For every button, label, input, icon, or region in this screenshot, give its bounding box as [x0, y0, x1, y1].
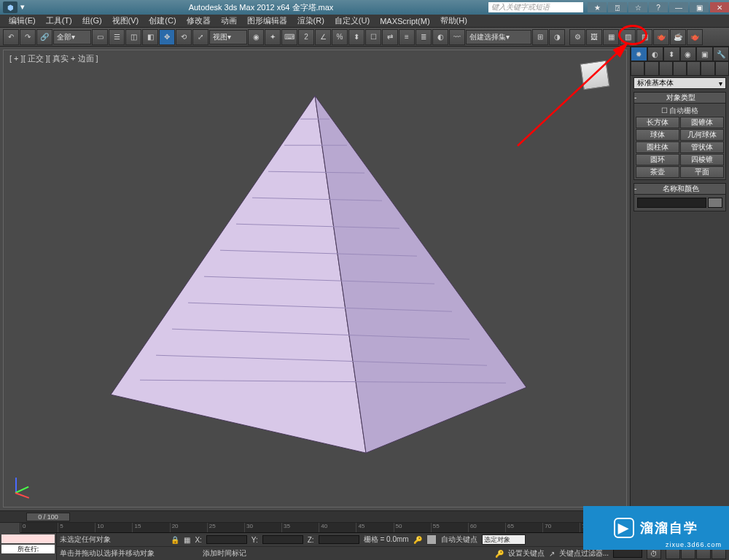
render-icon[interactable]: 🫖 [653, 29, 669, 45]
keymode-icon[interactable]: ↗ [549, 550, 555, 558]
viewcube[interactable] [577, 58, 613, 94]
plane-button[interactable]: 平面 [680, 166, 724, 178]
teapot-button[interactable]: 茶壶 [636, 166, 679, 178]
select-scale-icon[interactable]: ⤢ [192, 29, 208, 45]
script-listener[interactable]: 所在行: [0, 533, 57, 560]
select-region-icon[interactable]: ◫ [125, 29, 141, 45]
use-pivot-icon[interactable]: ◉ [248, 29, 264, 45]
sphere-button[interactable]: 球体 [636, 129, 679, 141]
render-production-icon[interactable]: ▧ [620, 29, 636, 45]
cylinder-button[interactable]: 圆柱体 [636, 141, 679, 153]
menu-modifiers[interactable]: 修改器 [182, 15, 215, 26]
window-crossing-icon[interactable]: ◧ [142, 29, 158, 45]
layer-dropdown[interactable]: 全部 ▾ [53, 30, 91, 44]
menu-customize[interactable]: 自定义(U) [330, 15, 374, 26]
infocenter-icon[interactable]: ★ [588, 2, 607, 12]
close-button[interactable]: ✕ [710, 2, 729, 12]
objecttype-rollout-header[interactable]: -对象类型 [634, 92, 726, 104]
pyramid-object[interactable] [82, 74, 548, 467]
menu-maxscript[interactable]: MAXScript(M) [375, 17, 434, 26]
lock-icon[interactable]: 🔒 [171, 536, 179, 544]
rendered-frame-icon[interactable]: 🖼 [586, 29, 602, 45]
torus-button[interactable]: 圆环 [636, 154, 679, 166]
schematic-view-icon[interactable]: ⊞ [532, 29, 548, 45]
select-object-icon[interactable]: ▭ [92, 29, 108, 45]
x-coord-input[interactable] [206, 535, 247, 544]
menu-edit[interactable]: 编辑(E) [4, 15, 40, 26]
curve-editor-icon[interactable]: 〰 [449, 29, 465, 45]
setkey-icon[interactable]: 🔑 [495, 550, 504, 558]
snap-percent-icon[interactable]: % [332, 29, 348, 45]
modify-tab-icon[interactable]: ◐ [647, 47, 664, 61]
add-time-tag[interactable]: 添加时间标记 [203, 548, 246, 559]
systems-subtab-icon[interactable] [715, 61, 729, 76]
display-tab-icon[interactable]: ▣ [696, 47, 713, 61]
select-move-icon[interactable]: ✥ [159, 29, 175, 45]
snap-angle-icon[interactable]: ∠ [315, 29, 331, 45]
keyboard-shortcut-icon[interactable]: ⌨ [281, 29, 297, 45]
help-search-input[interactable]: 键入关键字或短语 [488, 2, 583, 12]
select-by-name-icon[interactable]: ☰ [109, 29, 125, 45]
shapes-subtab-icon[interactable] [644, 61, 658, 76]
mirror-icon[interactable]: ⇄ [382, 29, 398, 45]
app-menu-icon[interactable]: ▾ [20, 2, 31, 12]
layer-manager-icon[interactable]: ≣ [416, 29, 432, 45]
render-setup-icon[interactable]: ⚙ [569, 29, 585, 45]
utilities-tab-icon[interactable]: 🔧 [713, 47, 730, 61]
graphite-icon[interactable]: ◐ [432, 29, 448, 45]
render-preset-icon[interactable]: ▨ [636, 29, 652, 45]
refcoord-dropdown[interactable]: 视图 ▾ [209, 30, 247, 44]
category-dropdown[interactable]: 标准基本体▾ [634, 77, 726, 89]
geometry-subtab-icon[interactable] [631, 61, 644, 76]
current-frame-input[interactable] [613, 549, 642, 558]
y-coord-input[interactable] [262, 535, 303, 544]
snap-2d-icon[interactable]: 2 [298, 29, 314, 45]
viewport-label[interactable]: [ + ][ 正交 ][ 真实 + 边面 ] [9, 53, 98, 64]
help-icon[interactable]: ? [649, 2, 668, 12]
z-coord-input[interactable] [319, 535, 359, 544]
namecolor-rollout-header[interactable]: -名称和颜色 [634, 183, 726, 195]
cone-button[interactable]: 圆锥体 [680, 117, 724, 128]
material-editor-icon[interactable]: ◑ [549, 29, 565, 45]
motion-tab-icon[interactable]: ◉ [680, 47, 697, 61]
geosphere-button[interactable]: 几何球体 [680, 129, 724, 141]
favorites-icon[interactable]: ☆ [628, 2, 647, 12]
hierarchy-tab-icon[interactable]: ⬍ [663, 47, 680, 61]
render-iterative-icon[interactable]: ▦ [603, 29, 619, 45]
align-icon[interactable]: ≡ [399, 29, 415, 45]
selection-set-dropdown[interactable]: 创建选择集 ▾ [466, 30, 531, 44]
menu-create[interactable]: 创建(C) [144, 15, 180, 26]
object-color-swatch[interactable] [708, 198, 722, 208]
quick-render-icon[interactable]: ☕ [670, 29, 686, 45]
tube-button[interactable]: 管状体 [680, 141, 724, 153]
spacewarps-subtab-icon[interactable] [701, 61, 714, 76]
key-filters[interactable]: 关键点过滤器... [559, 548, 609, 559]
render-last-icon[interactable]: 🫖 [687, 29, 703, 45]
autogrid-checkbox[interactable]: ☐ 自动栅格 [636, 105, 724, 117]
menu-group[interactable]: 组(G) [78, 15, 106, 26]
trackbar-toggle-icon[interactable] [0, 523, 20, 533]
menu-views[interactable]: 视图(V) [108, 15, 144, 26]
menu-animation[interactable]: 动画 [217, 15, 241, 26]
menu-grapheditors[interactable]: 图形编辑器 [243, 15, 292, 26]
redo-icon[interactable]: ↷ [20, 29, 36, 45]
maximize-button[interactable]: ▣ [690, 2, 709, 12]
named-selection-icon[interactable]: ☐ [365, 29, 381, 45]
select-rotate-icon[interactable]: ⟲ [176, 29, 192, 45]
lights-subtab-icon[interactable] [659, 61, 673, 76]
spinner-snap-icon[interactable]: ⬍ [348, 29, 364, 45]
isolate-icon[interactable]: ▦ [184, 536, 190, 544]
frame-indicator[interactable]: 0 / 100 [26, 513, 70, 521]
viewport[interactable]: [ + ][ 正交 ][ 真实 + 边面 ] [3, 50, 627, 508]
box-button[interactable]: 长方体 [636, 117, 679, 128]
menu-help[interactable]: 帮助(H) [436, 15, 472, 26]
select-manipulate-icon[interactable]: ✦ [265, 29, 281, 45]
object-name-input[interactable] [637, 198, 706, 208]
signin-icon[interactable]: ⍰ [608, 2, 627, 12]
create-tab-icon[interactable]: ✹ [631, 47, 647, 61]
selected-object-input[interactable]: 选定对象 [482, 534, 526, 545]
link-icon[interactable]: 🔗 [36, 29, 52, 45]
cameras-subtab-icon[interactable] [673, 61, 687, 76]
menu-rendering[interactable]: 渲染(R) [293, 15, 329, 26]
minimize-button[interactable]: — [669, 2, 688, 12]
